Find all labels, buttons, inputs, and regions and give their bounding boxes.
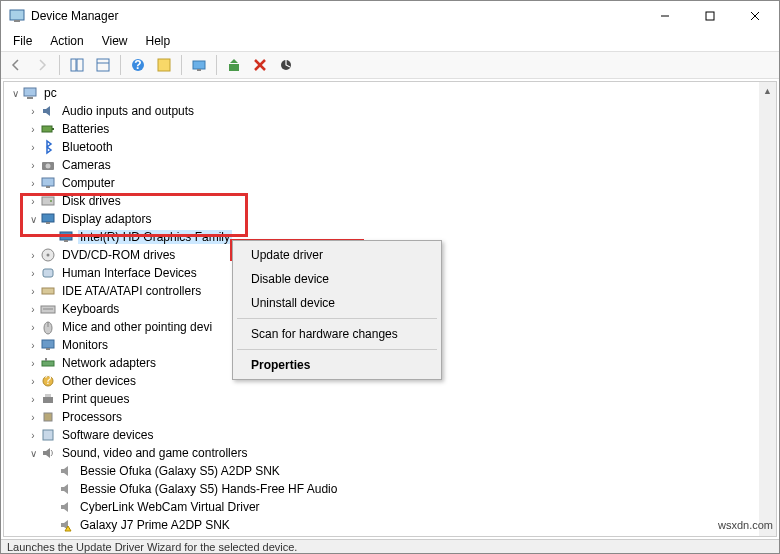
tree-item-display[interactable]: ∨Display adaptors bbox=[4, 210, 776, 228]
expand-arrow-icon[interactable]: › bbox=[26, 250, 40, 261]
tree-item-label: Galaxy J7 Prime A2DP SNK bbox=[78, 518, 232, 532]
ctx-properties[interactable]: Properties bbox=[235, 353, 439, 377]
tree-item-label: pc bbox=[42, 86, 59, 100]
ctx-disable-device[interactable]: Disable device bbox=[235, 267, 439, 291]
maximize-button[interactable] bbox=[687, 1, 732, 31]
tree-item-label: Human Interface Devices bbox=[60, 266, 199, 280]
close-button[interactable] bbox=[732, 1, 777, 31]
printer-icon bbox=[40, 391, 56, 407]
watermark: wsxdn.com bbox=[718, 519, 773, 531]
expand-arrow-icon[interactable]: › bbox=[26, 124, 40, 135]
expand-arrow-icon[interactable]: › bbox=[26, 142, 40, 153]
expand-arrow-icon[interactable]: › bbox=[26, 178, 40, 189]
menu-view[interactable]: View bbox=[94, 32, 136, 50]
audio-icon bbox=[40, 103, 56, 119]
tree-item-camera[interactable]: ›Cameras bbox=[4, 156, 776, 174]
menu-help[interactable]: Help bbox=[138, 32, 179, 50]
svg-rect-0 bbox=[10, 10, 24, 20]
software-icon bbox=[40, 427, 56, 443]
tree-item-sound[interactable]: ∨Sound, video and game controllers bbox=[4, 444, 776, 462]
tree-child-speaker[interactable]: CyberLink WebCam Virtual Driver bbox=[4, 498, 776, 516]
tree-item-label: Display adaptors bbox=[60, 212, 153, 226]
tree-item-label: Processors bbox=[60, 410, 124, 424]
tree-item-computer[interactable]: ›Computer bbox=[4, 174, 776, 192]
expand-arrow-icon[interactable]: › bbox=[26, 394, 40, 405]
svg-rect-3 bbox=[706, 12, 714, 20]
expand-arrow-icon[interactable]: › bbox=[26, 160, 40, 171]
expand-arrow-icon[interactable]: › bbox=[26, 430, 40, 441]
tree-item-label: Sound, video and game controllers bbox=[60, 446, 249, 460]
svg-rect-14 bbox=[197, 69, 201, 71]
keyboard-icon bbox=[40, 301, 56, 317]
action-button[interactable] bbox=[153, 54, 175, 76]
scrollbar[interactable]: ▲ bbox=[759, 82, 776, 536]
tree-child-speaker-warn[interactable]: Galaxy J7 Prime A2DP SNK bbox=[4, 516, 776, 534]
tree-child-speaker[interactable]: Bessie Ofuka (Galaxy S5) A2DP SNK bbox=[4, 462, 776, 480]
scroll-up-icon[interactable]: ▲ bbox=[759, 82, 776, 99]
ctx-uninstall-device[interactable]: Uninstall device bbox=[235, 291, 439, 315]
forward-button[interactable] bbox=[31, 54, 53, 76]
sound-icon bbox=[40, 445, 56, 461]
tree-item-label: Network adapters bbox=[60, 356, 158, 370]
tree-item-label: CyberLink WebCam Virtual Driver bbox=[78, 500, 262, 514]
ctx-scan-hardware[interactable]: Scan for hardware changes bbox=[235, 322, 439, 346]
uninstall-button[interactable] bbox=[249, 54, 271, 76]
context-menu: Update driver Disable device Uninstall d… bbox=[232, 240, 442, 380]
tree-item-label: Bluetooth bbox=[60, 140, 115, 154]
ctx-update-driver[interactable]: Update driver bbox=[235, 243, 439, 267]
update-button[interactable] bbox=[223, 54, 245, 76]
tree-root[interactable]: ∨pc bbox=[4, 84, 776, 102]
tree-item-printer[interactable]: ›Print queues bbox=[4, 390, 776, 408]
camera-icon bbox=[40, 157, 56, 173]
expand-arrow-icon[interactable]: › bbox=[26, 358, 40, 369]
tree-item-software[interactable]: ›Software devices bbox=[4, 426, 776, 444]
help-button[interactable]: ? bbox=[127, 54, 149, 76]
ide-icon bbox=[40, 283, 56, 299]
menu-action[interactable]: Action bbox=[42, 32, 91, 50]
expand-arrow-icon[interactable]: › bbox=[26, 304, 40, 315]
svg-text:?: ? bbox=[134, 58, 141, 72]
menubar: File Action View Help bbox=[1, 31, 779, 51]
menu-file[interactable]: File bbox=[5, 32, 40, 50]
tree-item-disk[interactable]: ›Disk drives bbox=[4, 192, 776, 210]
tree-child-speaker[interactable]: Bessie Ofuka (Galaxy S5) Hands-Free HF A… bbox=[4, 480, 776, 498]
tree-item-label: Cameras bbox=[60, 158, 113, 172]
svg-rect-1 bbox=[14, 20, 20, 22]
back-button[interactable] bbox=[5, 54, 27, 76]
svg-rect-12 bbox=[158, 59, 170, 71]
expand-arrow-icon[interactable]: ∨ bbox=[8, 88, 22, 99]
properties-button[interactable] bbox=[92, 54, 114, 76]
bluetooth-icon bbox=[40, 139, 56, 155]
tree-item-bluetooth[interactable]: ›Bluetooth bbox=[4, 138, 776, 156]
computer-icon bbox=[40, 175, 56, 191]
speaker-warn-icon bbox=[58, 535, 74, 537]
expand-arrow-icon[interactable]: › bbox=[26, 376, 40, 387]
show-hide-tree-button[interactable] bbox=[66, 54, 88, 76]
tree-item-label: Software devices bbox=[60, 428, 155, 442]
network-icon bbox=[40, 355, 56, 371]
expand-arrow-icon[interactable]: › bbox=[26, 412, 40, 423]
dvd-icon bbox=[40, 247, 56, 263]
svg-rect-13 bbox=[193, 61, 205, 69]
tree-item-label: Bessie Ofuka (Galaxy S5) A2DP SNK bbox=[78, 464, 282, 478]
other-icon bbox=[40, 373, 56, 389]
disk-icon bbox=[40, 193, 56, 209]
expand-arrow-icon[interactable]: ∨ bbox=[26, 214, 40, 225]
expand-arrow-icon[interactable]: › bbox=[26, 196, 40, 207]
tree-item-battery[interactable]: ›Batteries bbox=[4, 120, 776, 138]
tree-item-cpu[interactable]: ›Processors bbox=[4, 408, 776, 426]
expand-arrow-icon[interactable]: ∨ bbox=[26, 448, 40, 459]
disable-button[interactable] bbox=[275, 54, 297, 76]
scan-button[interactable] bbox=[188, 54, 210, 76]
expand-arrow-icon[interactable]: › bbox=[26, 340, 40, 351]
mouse-icon bbox=[40, 319, 56, 335]
expand-arrow-icon[interactable]: › bbox=[26, 322, 40, 333]
tree-item-label: Batteries bbox=[60, 122, 111, 136]
tree-item-audio[interactable]: ›Audio inputs and outputs bbox=[4, 102, 776, 120]
tree-item-label: DVD/CD-ROM drives bbox=[60, 248, 177, 262]
tree-child-speaker-warn[interactable]: Galaxy J7 Prime Hands-Free HF Audio bbox=[4, 534, 776, 537]
minimize-button[interactable] bbox=[642, 1, 687, 31]
expand-arrow-icon[interactable]: › bbox=[26, 286, 40, 297]
expand-arrow-icon[interactable]: › bbox=[26, 106, 40, 117]
expand-arrow-icon[interactable]: › bbox=[26, 268, 40, 279]
